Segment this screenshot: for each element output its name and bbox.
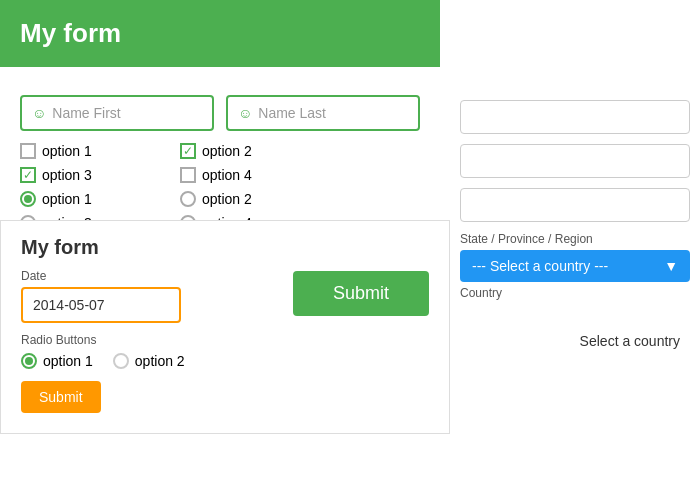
- checkbox-option1[interactable]: option 1: [20, 143, 140, 159]
- right-input-3[interactable]: [460, 188, 690, 222]
- state-label: State / Province / Region: [460, 232, 690, 246]
- checkbox-4[interactable]: [180, 167, 196, 183]
- select-country-text-below: Select a country: [580, 333, 680, 349]
- select-country-label: Select a country: [580, 333, 680, 349]
- radio-buttons-label: Radio Buttons: [21, 333, 429, 347]
- first-name-placeholder: Name First: [52, 105, 120, 121]
- radio-option2[interactable]: option 2: [180, 191, 300, 207]
- form-header: My form: [0, 0, 440, 67]
- form-title: My form: [20, 18, 420, 49]
- last-name-input[interactable]: ☺ Name Last: [226, 95, 420, 131]
- checkbox-row-2: ✓ option 3 option 4: [20, 167, 420, 183]
- checkbox-3-label: option 3: [42, 167, 92, 183]
- checkbox-2[interactable]: ✓: [180, 143, 196, 159]
- radio-1[interactable]: [20, 191, 36, 207]
- last-name-placeholder: Name Last: [258, 105, 326, 121]
- country-dropdown-button[interactable]: --- Select a country --- ▼: [460, 250, 690, 282]
- overlay-radio-circle-1[interactable]: [21, 353, 37, 369]
- person-icon-2: ☺: [238, 105, 252, 121]
- overlay-radio-2-label: option 2: [135, 353, 185, 369]
- overlay-form: My form Date Submit Radio Buttons option…: [0, 220, 450, 434]
- overlay-radio-1-label: option 1: [43, 353, 93, 369]
- overlay-radio-1[interactable]: option 1: [21, 353, 93, 369]
- name-row: ☺ Name First ☺ Name Last: [20, 95, 420, 131]
- overlay-radio-circle-2[interactable]: [113, 353, 129, 369]
- checkbox-option4[interactable]: option 4: [180, 167, 300, 183]
- submit-button[interactable]: Submit: [293, 271, 429, 316]
- right-input-1[interactable]: [460, 100, 690, 134]
- overlay-title: My form: [21, 236, 429, 259]
- overlay-radio-row: option 1 option 2: [21, 353, 429, 369]
- radio-2[interactable]: [180, 191, 196, 207]
- overlay-radio-2[interactable]: option 2: [113, 353, 185, 369]
- radio-1-label: option 1: [42, 191, 92, 207]
- radio-row-1: option 1 option 2: [20, 191, 420, 207]
- right-panel: State / Province / Region --- Select a c…: [450, 90, 700, 312]
- checkbox-1[interactable]: [20, 143, 36, 159]
- country-dropdown-text: --- Select a country ---: [472, 258, 608, 274]
- checkbox-4-label: option 4: [202, 167, 252, 183]
- checkbox-row-1: option 1 ✓ option 2: [20, 143, 420, 159]
- right-input-2[interactable]: [460, 144, 690, 178]
- checkbox-1-label: option 1: [42, 143, 92, 159]
- radio-option1[interactable]: option 1: [20, 191, 140, 207]
- checkbox-2-label: option 2: [202, 143, 252, 159]
- radio-2-label: option 2: [202, 191, 252, 207]
- checkbox-option2[interactable]: ✓ option 2: [180, 143, 300, 159]
- date-input[interactable]: [21, 287, 181, 323]
- person-icon: ☺: [32, 105, 46, 121]
- checkbox-3[interactable]: ✓: [20, 167, 36, 183]
- checkbox-option3[interactable]: ✓ option 3: [20, 167, 140, 183]
- dropdown-arrow-icon: ▼: [664, 258, 678, 274]
- country-label: Country: [460, 286, 690, 300]
- first-name-input[interactable]: ☺ Name First: [20, 95, 214, 131]
- submit-small-button[interactable]: Submit: [21, 381, 101, 413]
